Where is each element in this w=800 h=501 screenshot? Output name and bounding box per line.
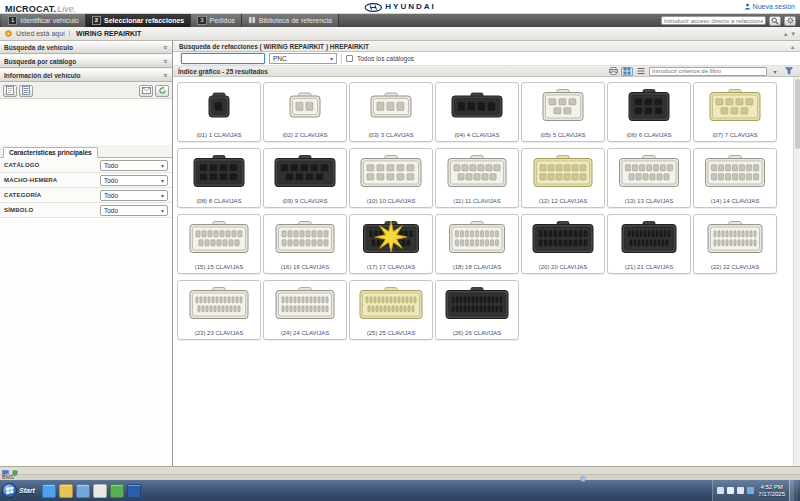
internet-explorer-icon[interactable]: [42, 484, 56, 498]
expand-icon: »: [163, 74, 170, 78]
connector-card[interactable]: (04) 4 CLAVIJAS: [435, 82, 519, 142]
connector-card[interactable]: (21) 21 CLAVIJAS: [607, 214, 691, 274]
connector-card[interactable]: (09) 9 CLAVIJAS: [263, 148, 347, 208]
globe-icon: [580, 468, 586, 486]
connector-card[interactable]: (22) 22 CLAVIJAS: [693, 214, 777, 274]
grid-view-button[interactable]: [621, 67, 633, 76]
connector-card[interactable]: (18) 18 CLAVIJAS: [435, 214, 519, 274]
chevron-down-icon: ▾: [161, 192, 164, 199]
tab-identificar-vehiculo[interactable]: 1Identificar vehículo: [2, 14, 86, 27]
tab-seleccionar-refacciones[interactable]: 2Seleccionar refacciones: [86, 14, 192, 27]
tab-biblioteca-de-referencia[interactable]: Biblioteca de referencia: [242, 14, 339, 27]
chevron-up-icon[interactable]: ▴: [784, 30, 788, 38]
connector-image: [522, 215, 604, 262]
page-view-button[interactable]: [3, 85, 17, 97]
you-are-here-label: Usted está aquí: [16, 30, 65, 37]
filter-select-simbolo[interactable]: Todo▾: [100, 205, 168, 216]
show-desktop-button[interactable]: [789, 480, 794, 501]
filter-criteria-input[interactable]: [649, 67, 767, 76]
connector-card[interactable]: (15) 15 CLAVIJAS: [177, 214, 261, 274]
refresh-icon[interactable]: [155, 85, 169, 97]
vertical-scrollbar[interactable]: [793, 77, 800, 466]
connector-card[interactable]: (05) 5 CLAVIJAS: [521, 82, 605, 142]
mail-icon[interactable]: [139, 85, 153, 97]
connector-card[interactable]: (12) 12 CLAVIJAS: [521, 148, 605, 208]
document-icon[interactable]: [93, 484, 107, 498]
connector-card[interactable]: (14) 14 CLAVIJAS: [693, 148, 777, 208]
connector-card[interactable]: (01) 1 CLAVIJAS: [177, 82, 261, 142]
filter-value: Todo: [104, 177, 118, 184]
tab-pedidos[interactable]: 3Pedidos: [191, 14, 242, 27]
connector-card[interactable]: (03) 3 CLAVIJAS: [349, 82, 433, 142]
connector-icon: [269, 86, 341, 128]
filter-label: CATEGORÍA: [4, 192, 41, 198]
connector-card[interactable]: (07) 7 CLAVIJAS: [693, 82, 777, 142]
update-tray-icon[interactable]: [717, 487, 724, 494]
filter-select-categoria[interactable]: Todo▾: [100, 190, 168, 201]
connector-card-label: (24) 24 CLAVIJAS: [264, 328, 346, 339]
panel-catalog-search[interactable]: Búsqueda por catálogo »: [0, 55, 172, 68]
connector-card[interactable]: (20) 20 CLAVIJAS: [521, 214, 605, 274]
network-tray-icon[interactable]: [737, 487, 744, 494]
volume-tray-icon[interactable]: [727, 487, 734, 494]
list-view-button[interactable]: [19, 85, 33, 97]
connector-icon: [527, 86, 599, 128]
new-session-link[interactable]: Nueva sesión: [744, 3, 795, 11]
panel-vehicle-info[interactable]: Información del vehículo »: [0, 69, 172, 82]
connector-card[interactable]: (10) 10 CLAVIJAS: [349, 148, 433, 208]
connector-card[interactable]: (02) 2 CLAVIJAS: [263, 82, 347, 142]
connector-card-label: (01) 1 CLAVIJAS: [178, 130, 260, 141]
expand-icon: »: [163, 60, 170, 64]
filter-select-catalogo[interactable]: Todo▾: [100, 160, 168, 171]
connector-card[interactable]: (16) 16 CLAVIJAS: [263, 214, 347, 274]
taskbar-clock[interactable]: 4:52 PM 7/17/2025: [758, 484, 785, 498]
filter-select-macho-hembra[interactable]: Todo▾: [100, 175, 168, 186]
quick-search-input[interactable]: [661, 16, 766, 25]
connector-card[interactable]: (06) 6 CLAVIJAS: [607, 82, 691, 142]
connector-card-label: (20) 20 CLAVIJAS: [522, 262, 604, 273]
connector-card[interactable]: (26) 26 CLAVIJAS: [435, 280, 519, 340]
start-button[interactable]: Start: [2, 483, 35, 498]
scrollbar-thumb[interactable]: [795, 79, 800, 149]
connector-card[interactable]: (11) 11 CLAVIJAS: [435, 148, 519, 208]
filter-funnel-icon[interactable]: [783, 67, 795, 76]
shield-icon[interactable]: [12, 462, 18, 480]
filter-label: SÍMBOLO: [4, 207, 33, 213]
tab-number: 2: [92, 16, 101, 25]
tab-label: Seleccionar refacciones: [104, 17, 184, 24]
shield-tray-icon[interactable]: [747, 487, 754, 494]
connector-image: [608, 215, 690, 262]
list-view-button[interactable]: [635, 67, 647, 76]
chevron-down-icon[interactable]: ▾: [769, 67, 781, 76]
search-icon[interactable]: [769, 16, 781, 26]
connector-card[interactable]: (13) 13 CLAVIJAS: [607, 148, 691, 208]
connector-card[interactable]: (17) 17 CLAVIJAS: [349, 214, 433, 274]
hyundai-brand: HYUNDAI: [364, 0, 435, 16]
settings-button[interactable]: [784, 16, 796, 26]
connector-image: [522, 149, 604, 196]
chevron-up-icon[interactable]: ▴: [791, 43, 794, 50]
connector-icon: [527, 218, 599, 260]
tab-main-features[interactable]: Características principales: [3, 147, 98, 158]
panel-label: Información del vehículo: [4, 72, 81, 79]
chat-icon[interactable]: [2, 462, 9, 480]
connector-card[interactable]: (24) 24 CLAVIJAS: [263, 280, 347, 340]
connector-card[interactable]: (23) 23 CLAVIJAS: [177, 280, 261, 340]
chevron-down-icon[interactable]: ▾: [791, 30, 795, 38]
microcat-logo: MICROCAT.Live.: [5, 0, 76, 16]
file-explorer-icon[interactable]: [76, 484, 90, 498]
folder-icon[interactable]: [59, 484, 73, 498]
filter-row-macho-hembra: MACHO-HEMBRATodo▾: [0, 173, 172, 188]
all-catalogs-checkbox[interactable]: [346, 55, 353, 62]
word-icon[interactable]: [127, 484, 141, 498]
connector-card[interactable]: (25) 25 CLAVIJAS: [349, 280, 433, 340]
connector-card-label: (11) 11 CLAVIJAS: [436, 196, 518, 207]
panel-vehicle-search[interactable]: Búsqueda de vehículo »: [0, 41, 172, 54]
green-app-icon[interactable]: [110, 484, 124, 498]
search-type-select[interactable]: PNC ▾: [269, 53, 337, 64]
connector-icon: [613, 152, 685, 194]
print-icon[interactable]: [607, 67, 619, 76]
parts-search-input[interactable]: [181, 53, 265, 64]
filter-value: Todo: [104, 207, 118, 214]
connector-card[interactable]: (08) 8 CLAVIJAS: [177, 148, 261, 208]
